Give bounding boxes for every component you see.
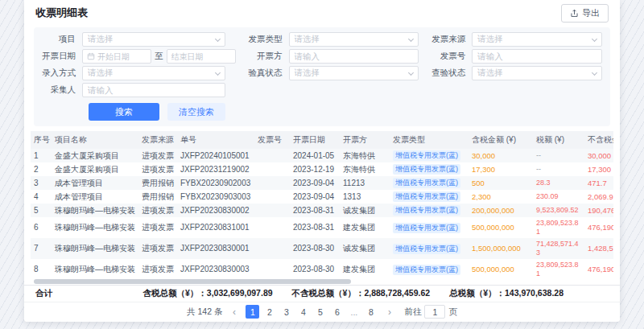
excl-total-label: 不含税总额（¥）： <box>292 288 365 298</box>
start-date-field[interactable] <box>97 52 147 61</box>
table-row: 2 金盛大厦采购项目 进项发票 JXFP20231219002 2023-12-… <box>31 162 613 176</box>
cell-type: 增值税专用发票(蓝) <box>390 162 469 176</box>
end-date-input[interactable] <box>167 49 236 64</box>
chevron-down-icon <box>408 69 414 75</box>
cell-issuer: 建发集团 <box>340 217 390 238</box>
column-header: 不含税金额 (¥) <box>584 131 613 149</box>
cell-invoice-no <box>254 238 290 259</box>
cell-type: 增值税专用发票(蓝) <box>390 259 469 277</box>
page-button-6[interactable]: 6 <box>330 305 344 319</box>
cell-amount-excl: 30,000 <box>584 149 613 162</box>
column-header: 税额 (¥) <box>533 131 584 149</box>
cell-no: 5 <box>31 204 52 217</box>
chevron-down-icon <box>215 35 221 41</box>
check-status-select[interactable]: 请选择 <box>472 66 602 80</box>
column-header: 单号 <box>177 131 254 149</box>
cell-order-no: FYBX20230903003 <box>177 190 254 204</box>
filter-invoice-type: 发票类型 请选择 <box>241 32 419 47</box>
cell-invoice-no <box>254 190 290 204</box>
entry-method-select[interactable]: 请选择 <box>82 66 225 80</box>
column-header: 发票来源 <box>138 131 177 149</box>
cell-invoice-no <box>254 259 290 277</box>
summary-incl-total: 含税总额（¥）：3,032,699,097.89 <box>142 288 272 299</box>
chevron-down-icon <box>592 69 597 75</box>
cell-order-no: FYBX20230902003 <box>177 176 254 190</box>
invoice-type-select[interactable]: 请选择 <box>289 32 419 47</box>
filter-verify-status: 验真状态 请选择 <box>241 66 419 80</box>
project-select[interactable]: 请选择 <box>82 32 225 47</box>
goto-label: 前往 <box>404 306 421 318</box>
cell-source: 进项发票 <box>138 259 177 277</box>
cell-no: 4 <box>31 190 52 204</box>
summary-total-label: 合计 <box>35 288 52 299</box>
cell-source: 费用报销 <box>138 190 177 204</box>
incl-total-value: 3,032,699,097.89 <box>207 288 273 298</box>
prev-page-button[interactable]: ‹ <box>227 305 241 319</box>
cell-amount-excl: 476,190,476.19 <box>584 259 613 277</box>
export-button[interactable]: 导出 <box>561 4 609 23</box>
search-button[interactable]: 搜索 <box>89 103 159 121</box>
cell-issuer: 诚发集团 <box>340 204 390 217</box>
cell-type: 增值税专用发票(蓝) <box>390 149 469 162</box>
cell-amount-excl: 471.7 <box>584 176 613 190</box>
cell-tax: -- <box>533 162 584 176</box>
verify-status-select[interactable]: 请选择 <box>289 66 419 80</box>
table-row: 5 珠穆朗玛峰—电梯安装 进项发票 JXFP20230830002 2023-0… <box>31 204 613 217</box>
cell-no: 8 <box>31 259 52 277</box>
cell-amount-excl: 476,190,476.19 <box>584 217 613 238</box>
page-header: 收票明细表 导出 <box>24 0 620 23</box>
page-button-1[interactable]: 1 <box>246 305 259 319</box>
cell-tax: 28.3 <box>533 176 584 190</box>
invoice-type-tag: 增值税专用发票(蓝) <box>393 178 460 188</box>
cell-amount-incl: 2,300 <box>469 190 533 204</box>
page-button-3[interactable]: 3 <box>279 305 293 319</box>
total-count: 共 142 条 <box>187 306 222 318</box>
start-date-input[interactable] <box>82 49 151 64</box>
page-button-2[interactable]: 2 <box>262 305 276 319</box>
issuer-input[interactable] <box>289 49 419 64</box>
export-label: 导出 <box>582 7 600 19</box>
cell-no: 1 <box>31 149 52 162</box>
cell-amount-incl: 1,500,000,000 <box>469 238 533 259</box>
invoice-table: 序号项目名称发票来源单号发票号开票日期开票方发票类型含税金额 (¥)税额 (¥)… <box>31 131 613 277</box>
scrollbar-thumb[interactable] <box>34 279 351 284</box>
page-button-4[interactable]: 4 <box>296 305 310 319</box>
cell-amount-incl: 30,000 <box>469 149 533 162</box>
cell-amount-excl: 190,476,190.48 <box>584 204 613 217</box>
collector-input[interactable] <box>82 83 225 97</box>
cell-no: 6 <box>31 217 52 238</box>
invoice-source-select[interactable]: 请选择 <box>472 32 602 47</box>
table-body: 1 金盛大厦采购项目 进项发票 JXFP20240105001 2024-01-… <box>31 149 613 277</box>
summary-excl-total: 不含税总额（¥）：2,888,728,459.62 <box>292 288 431 299</box>
end-date-field[interactable] <box>171 52 231 61</box>
page-button-5[interactable]: 5 <box>313 305 327 319</box>
cell-date: 2023-09-04 <box>290 176 340 190</box>
cell-project: 成本管理项目 <box>52 176 138 190</box>
cell-amount-incl: 17,300 <box>469 162 533 176</box>
filter-collector: 采集人 <box>34 83 236 97</box>
column-header: 开票日期 <box>290 131 340 149</box>
cell-type: 增值税专用发票(蓝) <box>390 204 469 217</box>
goto-page-input[interactable] <box>424 305 445 319</box>
cell-tax: 23,809,523.81 <box>533 217 584 238</box>
cell-type: 增值税专用发票(蓝) <box>390 190 469 204</box>
table-row: 8 珠穆朗玛峰—电梯安装 进项发票 JXFP20230830003 2023-0… <box>31 259 613 277</box>
next-page-button[interactable]: › <box>382 305 396 319</box>
table-row: 7 珠穆朗玛峰—电梯安装 进项发票 JXFP20230830001 2023-0… <box>31 238 613 259</box>
page-button-8[interactable]: 8 <box>364 305 378 319</box>
invoice-type-label: 发票类型 <box>241 34 289 45</box>
invoice-type-placeholder: 请选择 <box>295 34 407 45</box>
invoice-no-input[interactable] <box>472 49 602 64</box>
clear-search-button[interactable]: 清空搜索 <box>167 103 225 121</box>
verify-status-label: 验真状态 <box>241 68 289 79</box>
cell-type: 增值税专用发票(蓝) <box>390 217 469 238</box>
invoice-date-label: 开票日期 <box>34 51 82 62</box>
cell-amount-excl: 2,069.91 <box>584 190 613 204</box>
cell-date: 2023-08-31 <box>290 204 340 217</box>
invoice-type-tag: 增值税专用发票(蓝) <box>393 223 460 233</box>
cell-date: 2024-01-05 <box>290 149 340 162</box>
goto-suffix-label: 页 <box>448 306 457 318</box>
verify-status-placeholder: 请选择 <box>295 68 407 79</box>
cell-issuer: 1313 <box>340 190 390 204</box>
horizontal-scrollbar[interactable] <box>34 278 610 285</box>
